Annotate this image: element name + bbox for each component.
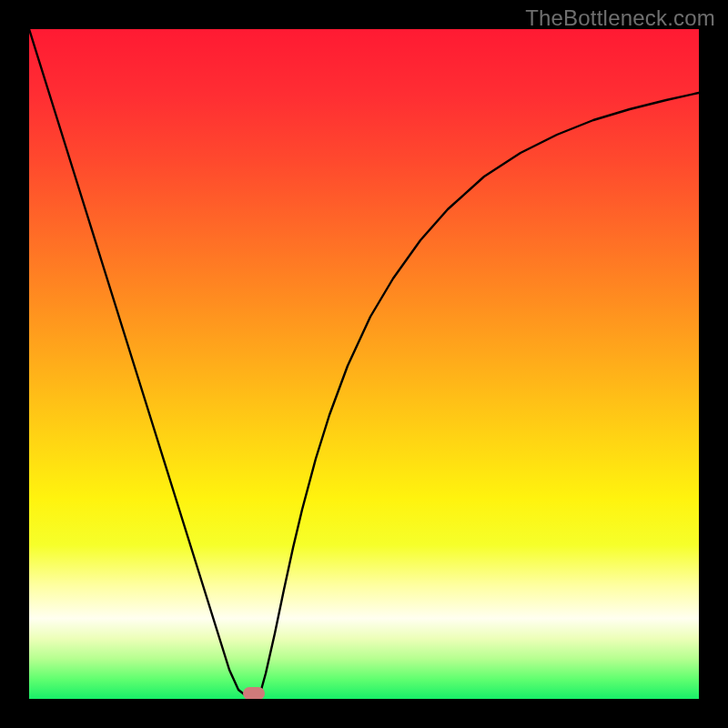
chart-frame: TheBottleneck.com bbox=[0, 0, 728, 728]
plot-area bbox=[29, 29, 699, 699]
optimal-point-marker bbox=[243, 687, 265, 699]
bottleneck-curve bbox=[29, 29, 699, 699]
watermark-text: TheBottleneck.com bbox=[525, 5, 715, 31]
